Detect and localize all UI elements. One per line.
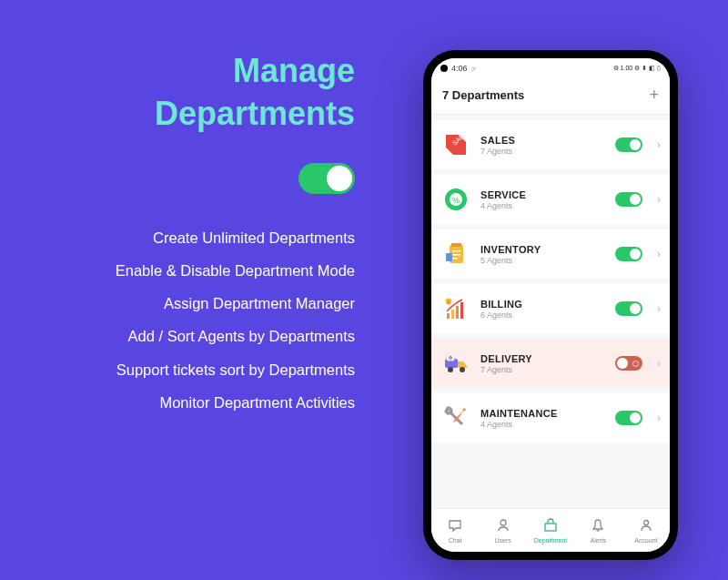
- department-info: SALES7 Agents: [480, 135, 606, 156]
- department-info: DELIVERY7 Agents: [480, 353, 606, 374]
- chevron-right-icon: ›: [657, 412, 661, 424]
- svg-rect-7: [452, 254, 460, 256]
- department-name: MAINTENANCE: [480, 408, 606, 419]
- svg-rect-6: [452, 250, 460, 252]
- chevron-right-icon: ›: [657, 248, 661, 260]
- department-toggle[interactable]: [615, 192, 642, 207]
- chevron-right-icon: ›: [657, 302, 661, 315]
- page-title: 7 Departments: [442, 88, 524, 102]
- svg-point-21: [500, 520, 506, 525]
- feature-item: Assign Department Manager: [0, 287, 355, 320]
- department-list: SALESALES7 Agents›%SERVICE4 Agents›INVEN…: [431, 115, 670, 508]
- nav-icon: [639, 518, 653, 535]
- nav-icon: [448, 518, 462, 535]
- nav-item-department[interactable]: Department: [527, 509, 574, 552]
- department-icon: %: [440, 184, 471, 215]
- nav-label: Department: [534, 537, 568, 544]
- department-info: SERVICE4 Agents: [480, 189, 606, 210]
- nav-item-users[interactable]: Users: [479, 509, 526, 552]
- nav-label: Chat: [449, 537, 462, 544]
- feature-item: Create Unlimited Departments: [0, 221, 355, 254]
- department-info: INVENTORY5 Agents: [480, 244, 606, 265]
- headline-line2: Departments: [0, 93, 355, 136]
- hero-toggle[interactable]: [298, 163, 355, 194]
- department-icon: [440, 348, 471, 379]
- svg-point-23: [643, 520, 648, 524]
- department-toggle[interactable]: [615, 137, 642, 152]
- feature-item: Support tickets sort by Departments: [0, 353, 355, 386]
- department-row[interactable]: INVENTORY5 Agents›: [431, 229, 670, 279]
- department-agents: 7 Agents: [480, 147, 606, 156]
- svg-text:%: %: [452, 196, 460, 205]
- svg-rect-8: [452, 258, 458, 259]
- status-ampm: ☞: [471, 66, 476, 72]
- svg-rect-13: [460, 302, 463, 319]
- nav-label: Users: [494, 537, 511, 544]
- nav-item-account[interactable]: Account: [622, 509, 670, 552]
- svg-point-18: [460, 367, 465, 372]
- nav-item-alerts[interactable]: Alerts: [574, 509, 622, 552]
- department-row[interactable]: SALESALES7 Agents›: [431, 120, 670, 169]
- svg-rect-9: [446, 253, 452, 261]
- feature-item: Add / Sort Agents by Departments: [0, 320, 355, 352]
- page-headline: Manage Departments: [0, 50, 355, 136]
- department-name: DELIVERY: [480, 353, 606, 364]
- nav-item-chat[interactable]: Chat: [431, 509, 479, 552]
- department-agents: 5 Agents: [480, 256, 606, 265]
- chevron-right-icon: ›: [657, 357, 661, 370]
- headline-line1: Manage: [0, 50, 355, 93]
- department-agents: 4 Agents: [480, 201, 606, 210]
- bottom-nav: ChatUsersDepartmentAlertsAccount: [431, 508, 670, 552]
- chevron-right-icon: ›: [657, 193, 661, 206]
- department-info: BILLING6 Agents: [480, 299, 606, 320]
- department-name: SALES: [480, 135, 606, 146]
- department-toggle[interactable]: [615, 356, 642, 371]
- department-name: BILLING: [480, 299, 606, 310]
- feature-item: Monitor Department Activities: [0, 386, 355, 419]
- status-time: 4:06: [451, 64, 468, 73]
- department-icon: [440, 239, 471, 270]
- svg-point-17: [448, 367, 453, 372]
- department-agents: 4 Agents: [480, 420, 606, 429]
- svg-text:$: $: [448, 300, 450, 305]
- nav-icon: [543, 518, 558, 535]
- feature-item: Enable & Disable Department Mode: [0, 254, 355, 287]
- department-name: SERVICE: [480, 189, 606, 200]
- department-name: INVENTORY: [480, 244, 606, 255]
- department-row[interactable]: $BILLING6 Agents›: [431, 284, 670, 333]
- department-icon: SALE: [440, 129, 471, 160]
- add-department-button[interactable]: +: [649, 86, 659, 105]
- department-info: MAINTENANCE4 Agents: [480, 408, 606, 429]
- svg-rect-10: [447, 313, 450, 319]
- phone-screen: 4:06 ☞ ⚙ 1.00 ⚙ ⬍ ◧ ▯ 7 Departments + SA…: [431, 58, 670, 552]
- svg-rect-22: [545, 524, 556, 531]
- department-icon: [440, 402, 471, 433]
- svg-rect-11: [451, 310, 454, 319]
- nav-icon: [496, 518, 511, 535]
- department-row[interactable]: MAINTENANCE4 Agents›: [431, 393, 670, 443]
- nav-label: Account: [634, 537, 657, 544]
- nav-icon: [591, 518, 605, 535]
- svg-rect-5: [451, 243, 461, 247]
- chevron-right-icon: ›: [657, 138, 661, 151]
- department-row[interactable]: DELIVERY7 Agents›: [431, 339, 670, 388]
- department-toggle[interactable]: [615, 301, 642, 316]
- department-icon: $: [440, 293, 471, 324]
- department-toggle[interactable]: [615, 411, 642, 425]
- department-row[interactable]: %SERVICE4 Agents›: [431, 175, 670, 224]
- camera-dot-icon: [440, 65, 448, 72]
- status-indicators: ⚙ 1.00 ⚙ ⬍ ◧ ▯: [613, 65, 661, 72]
- department-agents: 6 Agents: [480, 310, 606, 320]
- svg-rect-12: [456, 306, 459, 319]
- status-bar: 4:06 ☞ ⚙ 1.00 ⚙ ⬍ ◧ ▯: [431, 58, 670, 78]
- feature-list: Create Unlimited Departments Enable & Di…: [0, 221, 355, 420]
- phone-frame: 4:06 ☞ ⚙ 1.00 ⚙ ⬍ ◧ ▯ 7 Departments + SA…: [423, 50, 678, 560]
- app-header: 7 Departments +: [431, 78, 670, 115]
- department-agents: 7 Agents: [480, 365, 606, 374]
- nav-label: Alerts: [590, 537, 606, 544]
- department-toggle[interactable]: [615, 247, 642, 261]
